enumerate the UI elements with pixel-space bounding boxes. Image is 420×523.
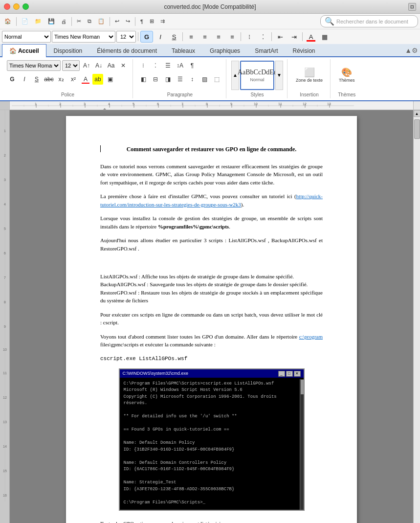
- ribbon-bold-btn[interactable]: G: [7, 74, 18, 85]
- ribbon-size-select[interactable]: 12: [62, 60, 80, 71]
- resize-button[interactable]: ⊡: [408, 3, 416, 11]
- cmd-line-12: Name: Default Domain Controllers Policy: [124, 460, 300, 467]
- cmd-maximize-btn[interactable]: □: [286, 371, 293, 377]
- undo-btn[interactable]: ↩: [112, 17, 122, 26]
- tab-graphiques[interactable]: Graphiques: [202, 44, 247, 57]
- indent-inc-btn[interactable]: ⇥: [287, 31, 300, 43]
- themes-btn[interactable]: 🎨 Thèmes: [335, 67, 358, 84]
- cut-btn[interactable]: ✂: [74, 17, 84, 26]
- tab-revision[interactable]: Révision: [285, 44, 322, 57]
- ribbon-strikethrough-btn[interactable]: abc: [44, 74, 54, 85]
- search-bar[interactable]: 🔍 Rechercher dans le document: [320, 15, 418, 27]
- window-controls[interactable]: [4, 3, 29, 10]
- ribbon-superscript-btn[interactable]: x²: [68, 74, 79, 85]
- save-btn[interactable]: 💾: [45, 17, 57, 26]
- shading-btn[interactable]: ▨: [199, 74, 210, 85]
- justify-ribbon-btn[interactable]: ☰: [175, 74, 185, 85]
- style-normal-item[interactable]: AaBbCcDdEe Normal: [240, 61, 274, 90]
- outline-btn[interactable]: ☰: [162, 60, 173, 71]
- font-select[interactable]: Times New Roman: [52, 31, 115, 43]
- open-btn[interactable]: 📁: [32, 17, 44, 26]
- tab-smartart[interactable]: SmartArt: [247, 44, 285, 57]
- ribbon-subscript-btn[interactable]: x₂: [56, 74, 66, 85]
- close-button[interactable]: [4, 3, 10, 10]
- pilcrow-btn[interactable]: ¶: [138, 17, 146, 26]
- gpmc-link[interactable]: http://quick-tutoriel.com/introduction-s…: [100, 193, 323, 207]
- ribbon-border-btn[interactable]: ▣: [105, 74, 115, 85]
- align-left-ribbon-btn[interactable]: ◧: [138, 74, 149, 85]
- new-btn[interactable]: 📄: [19, 17, 31, 26]
- cmd-scrollbar[interactable]: [300, 379, 304, 510]
- bullets-btn[interactable]: ⁝: [138, 60, 149, 71]
- styles-next-btn[interactable]: ▼: [275, 61, 283, 90]
- zone-texte-btn[interactable]: ⬜ Zone de texte: [292, 67, 326, 84]
- separator-2: [71, 17, 72, 26]
- ribbon-italic-btn[interactable]: I: [19, 74, 30, 85]
- tab-accueil[interactable]: 🏠 Accueil: [2, 44, 46, 57]
- font-color-btn[interactable]: A: [305, 31, 317, 43]
- scrollbar-right[interactable]: ▲ ▼: [413, 110, 420, 523]
- svg-text:1: 1: [4, 129, 6, 133]
- print-btn[interactable]: 🖨: [59, 17, 69, 26]
- justify-btn[interactable]: ≡: [226, 31, 239, 43]
- bullet-list-btn[interactable]: ⁝: [243, 31, 256, 43]
- sort-btn[interactable]: ↕A: [175, 60, 185, 71]
- align-left-btn[interactable]: ≡: [185, 31, 198, 43]
- borders-btn[interactable]: ⬚: [211, 74, 222, 85]
- doc-para-7: Voyons tout d'abord comment lister toute…: [100, 333, 323, 349]
- cmd-scrollbar-thumb: [301, 380, 304, 394]
- font-grow-btn[interactable]: A↑: [81, 60, 92, 71]
- svg-text:11: 11: [278, 102, 282, 106]
- home-icon-btn[interactable]: 🏠: [2, 17, 14, 26]
- style-select[interactable]: Normal: [2, 31, 51, 43]
- arrow-btn[interactable]: ⇉: [158, 17, 167, 26]
- indent-dec-btn[interactable]: ⇤: [274, 31, 287, 43]
- pilcrow-ribbon-btn[interactable]: ¶: [187, 60, 198, 71]
- font-shrink-btn[interactable]: A↓: [93, 60, 104, 71]
- ribbon-font-select[interactable]: Times New Roman: [7, 60, 61, 71]
- paste-btn[interactable]: 📋: [95, 17, 107, 26]
- clear-format-btn[interactable]: ✕: [118, 60, 129, 71]
- underline-button[interactable]: S: [168, 31, 180, 43]
- tab-elements[interactable]: Éléments de document: [89, 44, 164, 57]
- view-btn[interactable]: ⊞: [147, 17, 156, 26]
- cmd-line-4: [124, 407, 300, 414]
- num-list-btn[interactable]: ⁚: [257, 31, 269, 43]
- font-style-row: G I S abc x₂ x² A ab ▣: [7, 74, 115, 85]
- align-center-ribbon-btn[interactable]: ⊟: [150, 74, 161, 85]
- tab-tableaux[interactable]: Tableaux: [164, 44, 202, 57]
- italic-button[interactable]: I: [154, 31, 167, 43]
- scroll-thumb[interactable]: [414, 119, 420, 139]
- ribbon-fontcolor-btn[interactable]: A: [80, 74, 91, 85]
- scroll-track[interactable]: [414, 117, 420, 523]
- align-right-btn[interactable]: ≡: [212, 31, 225, 43]
- maximize-button[interactable]: [22, 3, 29, 10]
- svg-text:6: 6: [157, 102, 159, 106]
- case-btn[interactable]: Aa: [106, 60, 116, 71]
- align-right-ribbon-btn[interactable]: ◨: [162, 74, 173, 85]
- align-center-btn[interactable]: ≡: [199, 31, 211, 43]
- highlight-btn[interactable]: ▦: [318, 31, 331, 43]
- size-select[interactable]: 12: [116, 31, 136, 43]
- cmd-window-buttons[interactable]: _ □ ✕: [278, 371, 301, 377]
- ribbon-underline-btn[interactable]: S: [31, 74, 42, 85]
- linespacing-btn[interactable]: ↕: [187, 74, 198, 85]
- tab-disposition[interactable]: Disposition: [46, 44, 90, 57]
- cprogram-link[interactable]: c:\program: [299, 334, 323, 340]
- separator-3: [110, 17, 110, 26]
- bold-button[interactable]: G: [140, 31, 153, 43]
- ribbon-highlight-btn[interactable]: ab: [92, 74, 103, 85]
- minimize-button[interactable]: [13, 3, 20, 10]
- cmd-minimize-btn[interactable]: _: [278, 371, 285, 377]
- ribbon-settings-btn[interactable]: ⚙: [412, 46, 418, 54]
- cmd-close-btn[interactable]: ✕: [294, 371, 301, 377]
- copy-btn[interactable]: ⧉: [85, 17, 94, 26]
- cmd-line-15: Name: Strategie_Test: [124, 479, 300, 486]
- redo-btn[interactable]: ↪: [123, 17, 133, 26]
- scroll-up-btn[interactable]: ▲: [414, 110, 420, 117]
- doc-para-3: Lorsque vous installez la console de ges…: [100, 214, 323, 230]
- doc-scroll-area[interactable]: Comment sauvegarder et restaurer vos GPO…: [10, 110, 413, 523]
- svg-text:15: 15: [3, 469, 7, 473]
- ribbon-collapse-btn[interactable]: ▲: [405, 46, 412, 54]
- numbering-btn[interactable]: ⁚: [150, 60, 161, 71]
